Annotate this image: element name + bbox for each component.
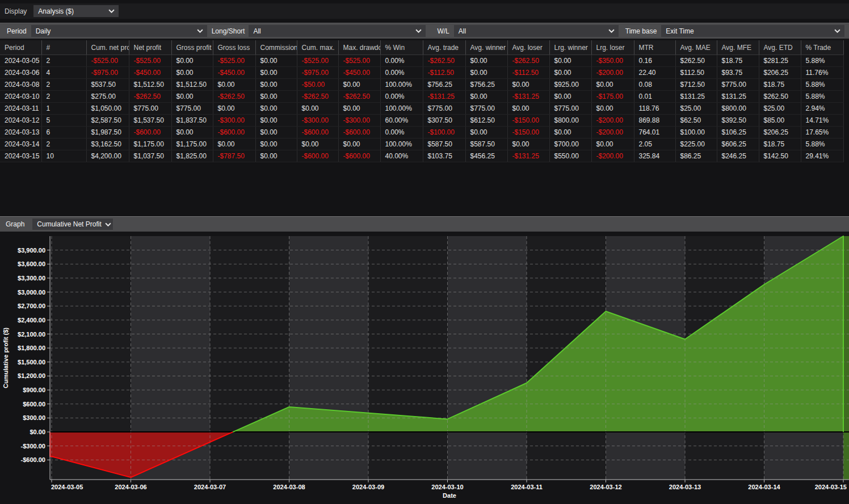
chevron-down-icon xyxy=(608,29,615,33)
table-cell: $1,037.50 xyxy=(129,150,171,162)
table-cell: $606.25 xyxy=(717,138,759,150)
statistics-grid: Period#Cum. net profitNet profitGross pr… xyxy=(0,40,849,216)
table-cell: 17.65% xyxy=(801,127,843,138)
table-cell: $537.50 xyxy=(86,79,129,91)
table-cell: $550.00 xyxy=(549,150,591,162)
column-header[interactable]: Period xyxy=(0,40,41,55)
table-cell: $775.00 xyxy=(465,103,507,115)
table-cell: -$600.00 xyxy=(297,127,338,138)
column-header[interactable]: Avg. winner xyxy=(465,40,507,55)
table-cell: 100.00% xyxy=(380,79,423,91)
column-header[interactable]: % Trade xyxy=(801,40,843,55)
column-header[interactable]: Avg. MAE xyxy=(675,40,717,55)
y-tick-label: $1,500.00 xyxy=(18,359,45,366)
wl-select[interactable]: All xyxy=(454,25,619,37)
table-row[interactable]: 2024-03-064-$975.00-$450.00$0.00-$450.00… xyxy=(0,67,843,79)
y-tick-label: $300.00 xyxy=(23,414,45,421)
column-header[interactable]: Avg. ETD xyxy=(759,40,801,55)
display-label: Display xyxy=(5,7,27,15)
table-cell: -$300.00 xyxy=(338,115,380,127)
longshort-select[interactable]: All xyxy=(249,25,426,37)
table-row[interactable]: 2024-03-142$3,162.50$1,175.00$1,175.00$0… xyxy=(0,138,843,150)
y-tick-label: $2,700.00 xyxy=(18,303,45,309)
table-cell: $0.00 xyxy=(549,67,591,79)
column-header[interactable]: Lrg. winner xyxy=(549,40,591,55)
table-row[interactable]: 2024-03-1510$4,200.00$1,037.50$1,825.00-… xyxy=(0,150,843,162)
column-header[interactable]: Commission xyxy=(255,40,297,55)
cumulative-profit-chart: $3,900.00$3,600.00$3,300.00$3,000.00$2,7… xyxy=(0,232,849,504)
graph-select[interactable]: Cumulative Net Profit xyxy=(32,219,113,230)
table-cell: -$600.00 xyxy=(297,150,338,162)
column-header[interactable]: MTR xyxy=(634,40,675,55)
table-cell: 0.00% xyxy=(380,91,423,103)
y-tick-label: $3,600.00 xyxy=(18,261,45,267)
table-cell: -$975.00 xyxy=(86,67,129,79)
table-cell: $0.00 xyxy=(465,67,507,79)
table-cell: $206.25 xyxy=(759,67,801,79)
table-cell: 5.88% xyxy=(801,138,843,150)
table-cell: -$112.50 xyxy=(507,67,549,79)
table-cell: $1,050.00 xyxy=(86,103,129,115)
graph-label: Graph xyxy=(6,220,24,228)
table-row[interactable]: 2024-03-111$1,050.00$775.00$775.00$0.00$… xyxy=(0,103,843,115)
column-header[interactable]: Gross loss xyxy=(213,40,255,55)
display-toolbar: Display Analysis ($) xyxy=(0,3,849,19)
table-cell: -$150.00 xyxy=(507,127,549,138)
timebase-select[interactable]: Exit Time xyxy=(661,25,844,37)
table-row[interactable]: 2024-03-102$275.00-$262.50$0.00-$262.50$… xyxy=(0,91,843,103)
longshort-value: All xyxy=(253,27,260,35)
display-value: Analysis ($) xyxy=(38,7,74,15)
x-tick-label: 2024-03-14 xyxy=(748,484,780,490)
table-cell: 22.40 xyxy=(634,67,675,79)
column-header[interactable]: Cum. net profit xyxy=(86,40,129,55)
x-tick-label: 2024-03-07 xyxy=(194,484,226,490)
y-tick-label: -$600.00 xyxy=(21,456,45,463)
column-header[interactable]: Cum. max. xyxy=(297,40,338,55)
table-cell: 118.76 xyxy=(634,103,675,115)
table-cell: $1,175.00 xyxy=(129,138,171,150)
display-select[interactable]: Analysis ($) xyxy=(33,5,119,17)
column-header[interactable]: Max. drawdown xyxy=(338,40,380,55)
table-row[interactable]: 2024-03-082$537.50$1,512.50$1,512.50$0.0… xyxy=(0,79,843,91)
table-cell: -$525.00 xyxy=(129,55,171,67)
column-header[interactable]: Avg. loser xyxy=(507,40,549,55)
table-cell: -$200.00 xyxy=(591,115,634,127)
table-cell: $775.00 xyxy=(423,103,465,115)
table-cell: $0.00 xyxy=(507,79,549,91)
table-cell: 0.08 xyxy=(634,79,675,91)
table-cell: -$975.00 xyxy=(297,67,338,79)
table-cell: $0.00 xyxy=(171,127,213,138)
table-cell: -$525.00 xyxy=(338,55,380,67)
period-select[interactable]: Daily xyxy=(31,25,207,37)
table-cell: $131.25 xyxy=(675,91,717,103)
column-header[interactable]: Net profit xyxy=(129,40,171,55)
table-cell: -$600.00 xyxy=(338,127,380,138)
table-cell: 10 xyxy=(41,150,86,162)
table-row[interactable]: 2024-03-136$1,987.50-$600.00$0.00-$600.0… xyxy=(0,127,843,138)
table-cell: 11.76% xyxy=(801,67,843,79)
table-cell: 14.71% xyxy=(801,115,843,127)
table-row[interactable]: 2024-03-125$2,587.50$1,537.50$1,837.50-$… xyxy=(0,115,843,127)
table-cell: $800.00 xyxy=(549,115,591,127)
table-cell: $18.75 xyxy=(759,79,801,91)
column-header[interactable]: % Win xyxy=(380,40,423,55)
table-cell: $0.00 xyxy=(591,138,634,150)
table-cell: $0.00 xyxy=(255,67,297,79)
table-cell: $307.50 xyxy=(423,115,465,127)
table-cell: $93.75 xyxy=(717,67,759,79)
table-cell: -$262.50 xyxy=(129,91,171,103)
filter-toolbar: Period Daily Long/Short All W/L All Time… xyxy=(0,23,849,39)
column-header[interactable]: Avg. MFE xyxy=(717,40,759,55)
table-cell: $0.00 xyxy=(255,91,297,103)
x-tick-label: 2024-03-08 xyxy=(273,484,305,490)
table-row[interactable]: 2024-03-052-$525.00-$525.00$0.00-$525.00… xyxy=(0,55,843,67)
table-cell: $0.00 xyxy=(255,55,297,67)
table-cell: -$600.00 xyxy=(213,127,255,138)
column-header[interactable]: Avg. trade xyxy=(423,40,465,55)
column-header[interactable]: Gross profit xyxy=(171,40,213,55)
column-header[interactable]: # xyxy=(41,40,86,55)
table-cell: -$525.00 xyxy=(213,55,255,67)
column-header[interactable]: Lrg. loser xyxy=(591,40,634,55)
table-cell: $0.00 xyxy=(338,103,380,115)
table-cell: -$262.50 xyxy=(423,55,465,67)
